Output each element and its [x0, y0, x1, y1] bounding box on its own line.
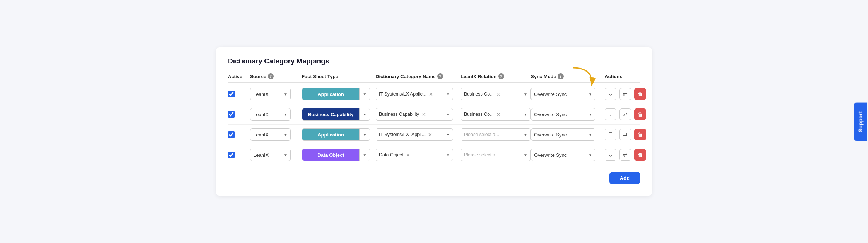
- source-dropdown-2[interactable]: LeanIX ▼: [250, 108, 291, 121]
- support-tab[interactable]: Support: [854, 102, 867, 141]
- business-capability-badge-2: Business Capability: [302, 108, 359, 120]
- fact-sheet-dropdown-3[interactable]: Application ▼: [302, 128, 370, 141]
- clear-icon[interactable]: ✕: [429, 91, 433, 97]
- dict-category-dropdown-4[interactable]: Data Object ✕ ▼: [376, 149, 453, 161]
- action-buttons-4: ⛉ ⇄ 🗑: [605, 149, 646, 161]
- chevron-down-icon[interactable]: ▼: [359, 88, 370, 100]
- chevron-down-icon: ▼: [524, 133, 527, 137]
- filter-button-2[interactable]: ⛉: [605, 108, 616, 120]
- table-row: LeanIX ▼ Application ▼ IT Systems/LX_App…: [228, 125, 640, 145]
- clear-icon[interactable]: ✕: [496, 112, 500, 117]
- sync-cell-1: Overwrite Sync ▼: [531, 88, 605, 100]
- add-button[interactable]: Add: [609, 172, 640, 184]
- chevron-down-icon[interactable]: ▼: [359, 108, 370, 120]
- active-checkbox-3[interactable]: [228, 131, 235, 138]
- sync-dropdown-2[interactable]: Overwrite Sync ▼: [531, 108, 595, 121]
- fact-sheet-dropdown-2[interactable]: Business Capability ▼: [302, 108, 370, 121]
- clear-icon[interactable]: ✕: [496, 91, 500, 97]
- relation-dropdown-4[interactable]: Please select a... ▼: [461, 149, 531, 161]
- map-button-1[interactable]: ⇄: [619, 88, 631, 100]
- table-row: LeanIX ▼ Application ▼ IT Systems/LX App…: [228, 84, 640, 104]
- fact-sheet-cell-1: Application ▼: [302, 88, 376, 100]
- active-cell-4: [228, 152, 250, 158]
- chevron-down-icon: ▼: [524, 92, 527, 96]
- relation-cell-4: Please select a... ▼: [461, 149, 531, 161]
- chevron-down-icon: ▼: [588, 112, 592, 117]
- delete-button-1[interactable]: 🗑: [634, 88, 646, 100]
- col-dict-category: Dictionary Category Name ?: [376, 73, 461, 79]
- chevron-down-icon: ▼: [446, 153, 450, 157]
- dict-category-dropdown-2[interactable]: Business Capability ✕ ▼: [376, 108, 453, 121]
- active-checkbox-1[interactable]: [228, 91, 235, 97]
- source-cell-3: LeanIX ▼: [250, 128, 302, 141]
- source-cell-1: LeanIX ▼: [250, 88, 302, 100]
- actions-cell-3: ⛉ ⇄ 🗑: [605, 129, 649, 140]
- filter-button-3[interactable]: ⛉: [605, 129, 616, 140]
- page-title: Dictionary Category Mappings: [228, 57, 640, 65]
- dict-cat-cell-4: Data Object ✕ ▼: [376, 149, 461, 161]
- actions-cell-1: ⛉ ⇄ 🗑: [605, 88, 649, 100]
- col-sync-mode: Sync Mode ?: [531, 73, 605, 79]
- delete-button-2[interactable]: 🗑: [634, 108, 646, 120]
- relation-cell-3: Please select a... ▼: [461, 128, 531, 141]
- col-source: Source ?: [250, 73, 302, 79]
- clear-icon[interactable]: ✕: [428, 132, 432, 138]
- dict-cat-cell-3: IT Systems/LX_Appli... ✕ ▼: [376, 128, 461, 141]
- delete-button-4[interactable]: 🗑: [634, 149, 646, 161]
- dict-category-dropdown-1[interactable]: IT Systems/LX Applic... ✕ ▼: [376, 88, 453, 100]
- map-button-2[interactable]: ⇄: [619, 108, 631, 120]
- sync-dropdown-4[interactable]: Overwrite Sync ▼: [531, 149, 595, 161]
- source-dropdown-3[interactable]: LeanIX ▼: [250, 128, 291, 141]
- fact-sheet-dropdown-1[interactable]: Application ▼: [302, 88, 370, 100]
- chevron-down-icon[interactable]: ▼: [359, 129, 370, 140]
- table-row: LeanIX ▼ Data Object ▼ Data Object ✕ ▼ P…: [228, 145, 640, 165]
- application-badge-1: Application: [302, 88, 359, 100]
- relation-help-icon[interactable]: ?: [498, 73, 504, 79]
- chevron-down-icon: ▼: [524, 153, 527, 157]
- dict-help-icon[interactable]: ?: [437, 73, 443, 79]
- active-cell-1: [228, 91, 250, 97]
- source-cell-2: LeanIX ▼: [250, 108, 302, 121]
- action-buttons-1: ⛉ ⇄ 🗑: [605, 88, 646, 100]
- dict-category-dropdown-3[interactable]: IT Systems/LX_Appli... ✕ ▼: [376, 128, 453, 141]
- relation-dropdown-1[interactable]: Business Co... ✕ ▼: [461, 88, 531, 100]
- map-button-3[interactable]: ⇄: [619, 129, 631, 140]
- chevron-down-icon[interactable]: ▼: [359, 149, 370, 161]
- sync-dropdown-1[interactable]: Overwrite Sync ▼: [531, 88, 595, 100]
- delete-button-3[interactable]: 🗑: [634, 129, 646, 140]
- active-checkbox-4[interactable]: [228, 152, 235, 158]
- source-dropdown-1[interactable]: LeanIX ▼: [250, 88, 291, 100]
- relation-dropdown-2[interactable]: Business Co... ✕ ▼: [461, 108, 531, 121]
- chevron-down-icon: ▼: [588, 133, 592, 137]
- relation-dropdown-3[interactable]: Please select a... ▼: [461, 128, 531, 141]
- chevron-down-icon: ▼: [446, 112, 450, 117]
- table-row: LeanIX ▼ Business Capability ▼ Business …: [228, 104, 640, 125]
- chevron-down-icon: ▼: [284, 92, 287, 96]
- active-checkbox-2[interactable]: [228, 111, 235, 118]
- fact-sheet-dropdown-4[interactable]: Data Object ▼: [302, 149, 370, 161]
- application-badge-3: Application: [302, 129, 359, 140]
- chevron-down-icon: ▼: [588, 92, 592, 96]
- source-help-icon[interactable]: ?: [268, 73, 274, 79]
- chevron-down-icon: ▼: [524, 112, 527, 117]
- col-leanix-relation: LeanIX Relation ?: [461, 73, 531, 79]
- action-buttons-2: ⛉ ⇄ 🗑: [605, 108, 646, 120]
- chevron-down-icon: ▼: [284, 112, 287, 117]
- fact-sheet-cell-2: Business Capability ▼: [302, 108, 376, 121]
- clear-icon[interactable]: ✕: [406, 152, 410, 158]
- table-header: Active Source ? Fact Sheet Type Dictiona…: [228, 73, 640, 83]
- filter-button-4[interactable]: ⛉: [605, 149, 616, 161]
- source-dropdown-4[interactable]: LeanIX ▼: [250, 149, 291, 161]
- fact-sheet-cell-4: Data Object ▼: [302, 149, 376, 161]
- col-actions: Actions: [605, 73, 649, 79]
- chevron-down-icon: ▼: [446, 92, 450, 96]
- map-button-4[interactable]: ⇄: [619, 149, 631, 161]
- sync-dropdown-3[interactable]: Overwrite Sync ▼: [531, 128, 595, 141]
- relation-cell-1: Business Co... ✕ ▼: [461, 88, 531, 100]
- actions-cell-4: ⛉ ⇄ 🗑: [605, 149, 649, 161]
- filter-button-1[interactable]: ⛉: [605, 88, 616, 100]
- clear-icon[interactable]: ✕: [422, 112, 426, 117]
- sync-help-icon[interactable]: ?: [558, 73, 564, 79]
- action-buttons-3: ⛉ ⇄ 🗑: [605, 129, 646, 140]
- source-cell-4: LeanIX ▼: [250, 149, 302, 161]
